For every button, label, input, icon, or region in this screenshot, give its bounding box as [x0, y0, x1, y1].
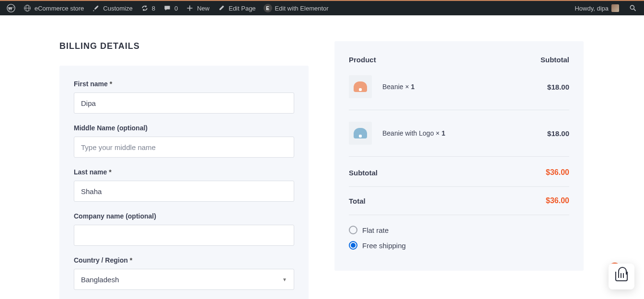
- home-icon: [23, 4, 32, 12]
- product-thumb: [349, 122, 372, 145]
- beanie-logo-icon: [354, 128, 367, 138]
- total-row: Total $36.00: [349, 196, 569, 215]
- product-thumb: [349, 75, 372, 98]
- search-toggle[interactable]: [625, 0, 641, 16]
- country-select[interactable]: Bangladesh ▼: [74, 269, 294, 290]
- country-label: Country / Region *: [74, 256, 294, 264]
- edit-page-link[interactable]: Edit Page: [213, 0, 259, 16]
- product-price: $18.00: [547, 83, 569, 91]
- product-row: Beanie with Logo × 1 $18.00: [349, 122, 569, 157]
- shipping-flat-label: Flat rate: [362, 226, 389, 234]
- admin-bar-right: Howdy, dipa: [571, 0, 641, 16]
- company-label: Company name (optional): [74, 212, 294, 220]
- basket-icon: [615, 272, 628, 281]
- updates-link[interactable]: 8: [137, 0, 159, 16]
- elementor-icon: E: [264, 4, 272, 12]
- order-header: Product Subtotal: [349, 56, 569, 64]
- user-menu[interactable]: Howdy, dipa: [571, 0, 623, 16]
- pencil-icon: [217, 4, 226, 12]
- product-row: Beanie × 1 $18.00: [349, 75, 569, 110]
- shipping-free-label: Free shipping: [362, 242, 406, 250]
- first-name-label: First name *: [74, 80, 294, 88]
- subtotal-label: Subtotal: [349, 169, 378, 177]
- edit-elementor-link[interactable]: E Edit with Elementor: [260, 0, 333, 16]
- product-price: $18.00: [547, 129, 569, 138]
- customize-label: Customize: [103, 5, 132, 12]
- product-name: Beanie × 1: [382, 83, 547, 91]
- wp-logo[interactable]: [3, 0, 19, 16]
- customize-link[interactable]: Customize: [88, 0, 136, 16]
- brush-icon: [92, 4, 100, 12]
- chevron-down-icon: ▼: [282, 277, 287, 282]
- billing-form: First name * Middle Name (optional) Last…: [59, 66, 309, 299]
- shipping-flat-rate[interactable]: Flat rate: [349, 226, 569, 234]
- radio-on-icon: [349, 241, 357, 250]
- radio-off-icon: [349, 226, 357, 234]
- field-first-name: First name *: [74, 80, 294, 114]
- site-name-label: eCommerce store: [34, 5, 84, 12]
- middle-name-label: Middle Name (optional): [74, 124, 294, 132]
- last-name-label: Last name *: [74, 168, 294, 176]
- subtotal-value: $36.00: [546, 168, 569, 177]
- product-header: Product: [349, 56, 376, 64]
- floating-cart-button[interactable]: [609, 264, 634, 289]
- product-name: Beanie with Logo × 1: [382, 129, 547, 137]
- updates-count: 8: [152, 5, 155, 12]
- comments-count: 0: [174, 5, 178, 12]
- new-link[interactable]: New: [182, 0, 213, 16]
- beanie-icon: [354, 81, 367, 92]
- plus-icon: [185, 4, 194, 12]
- billing-section: BILLING DETAILS First name * Middle Name…: [59, 41, 309, 299]
- svg-point-4: [630, 5, 634, 9]
- country-value: Bangladesh: [81, 276, 119, 284]
- shipping-options: Flat rate Free shipping: [349, 226, 569, 250]
- field-middle-name: Middle Name (optional): [74, 124, 294, 158]
- total-label: Total: [349, 197, 366, 205]
- admin-bar: eCommerce store Customize 8 0 New: [0, 0, 644, 15]
- subtotal-header: Subtotal: [540, 56, 569, 64]
- avatar-icon: [611, 4, 619, 12]
- howdy-label: Howdy, dipa: [575, 5, 609, 12]
- company-input[interactable]: [74, 225, 294, 246]
- shipping-free[interactable]: Free shipping: [349, 241, 569, 250]
- total-value: $36.00: [546, 196, 569, 205]
- order-summary: Product Subtotal Beanie × 1 $18.00 Beani…: [334, 41, 584, 271]
- middle-name-input[interactable]: [74, 137, 294, 158]
- field-last-name: Last name *: [74, 168, 294, 202]
- first-name-input[interactable]: [74, 92, 294, 114]
- wordpress-icon: [7, 4, 15, 12]
- field-country: Country / Region * Bangladesh ▼: [74, 256, 294, 290]
- billing-title: BILLING DETAILS: [59, 41, 309, 51]
- new-label: New: [197, 5, 209, 12]
- search-icon: [629, 4, 637, 12]
- edit-page-label: Edit Page: [229, 5, 255, 12]
- site-name[interactable]: eCommerce store: [19, 0, 88, 16]
- admin-bar-left: eCommerce store Customize 8 0 New: [3, 0, 333, 16]
- field-company: Company name (optional): [74, 212, 294, 246]
- svg-line-5: [634, 9, 636, 11]
- comment-icon: [163, 4, 172, 12]
- edit-elementor-label: Edit with Elementor: [275, 5, 329, 12]
- checkout-page: BILLING DETAILS First name * Middle Name…: [0, 15, 644, 299]
- subtotal-row: Subtotal $36.00: [349, 168, 569, 187]
- refresh-icon: [140, 4, 149, 12]
- comments-link[interactable]: 0: [159, 0, 182, 16]
- last-name-input[interactable]: [74, 181, 294, 202]
